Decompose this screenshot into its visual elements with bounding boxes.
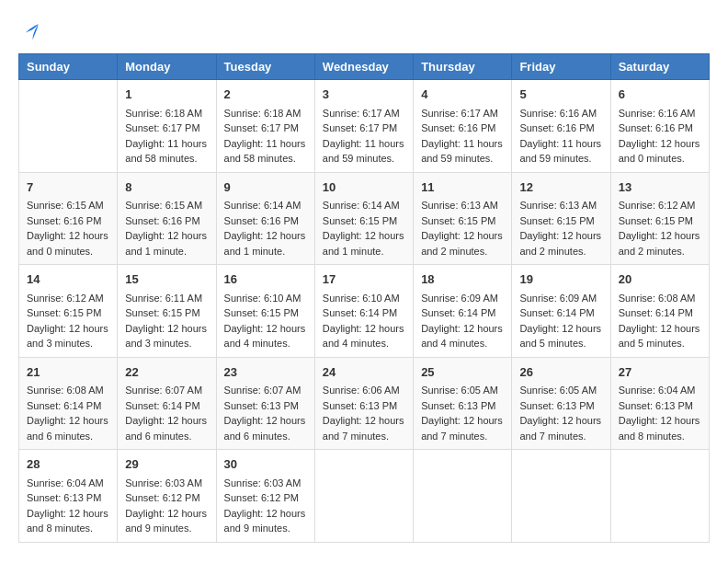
- day-number: 27: [619, 363, 701, 382]
- calendar-cell: 5Sunrise: 6:16 AM Sunset: 6:16 PM Daylig…: [512, 80, 610, 173]
- calendar-cell: 15Sunrise: 6:11 AM Sunset: 6:15 PM Dayli…: [118, 265, 216, 358]
- cell-content: Sunrise: 6:14 AM Sunset: 6:15 PM Dayligh…: [323, 200, 404, 257]
- cell-content: Sunrise: 6:18 AM Sunset: 6:17 PM Dayligh…: [224, 108, 306, 165]
- calendar-table: SundayMondayTuesdayWednesdayThursdayFrid…: [18, 53, 710, 543]
- header-saturday: Saturday: [610, 54, 709, 80]
- calendar-cell: [512, 450, 610, 543]
- calendar-cell: 23Sunrise: 6:07 AM Sunset: 6:13 PM Dayli…: [216, 357, 314, 450]
- calendar-week-5: 28Sunrise: 6:04 AM Sunset: 6:13 PM Dayli…: [19, 450, 710, 543]
- calendar-cell: 16Sunrise: 6:10 AM Sunset: 6:15 PM Dayli…: [216, 265, 314, 358]
- day-number: 28: [27, 455, 109, 474]
- cell-content: Sunrise: 6:14 AM Sunset: 6:16 PM Dayligh…: [224, 200, 306, 257]
- day-number: 1: [125, 86, 208, 104]
- header-friday: Friday: [512, 54, 610, 80]
- calendar-cell: 13Sunrise: 6:12 AM Sunset: 6:15 PM Dayli…: [610, 172, 709, 265]
- day-number: 29: [125, 455, 208, 474]
- day-number: 17: [323, 270, 405, 289]
- day-number: 4: [421, 86, 504, 104]
- calendar-cell: 14Sunrise: 6:12 AM Sunset: 6:15 PM Dayli…: [19, 265, 118, 358]
- calendar-week-4: 21Sunrise: 6:08 AM Sunset: 6:14 PM Dayli…: [19, 357, 710, 450]
- cell-content: Sunrise: 6:17 AM Sunset: 6:17 PM Dayligh…: [323, 108, 404, 165]
- day-number: 3: [323, 86, 405, 104]
- day-number: 10: [323, 178, 405, 197]
- cell-content: Sunrise: 6:18 AM Sunset: 6:17 PM Dayligh…: [125, 108, 207, 165]
- cell-content: Sunrise: 6:03 AM Sunset: 6:12 PM Dayligh…: [224, 477, 306, 534]
- calendar-cell: 1Sunrise: 6:18 AM Sunset: 6:17 PM Daylig…: [118, 80, 216, 173]
- cell-content: Sunrise: 6:04 AM Sunset: 6:13 PM Dayligh…: [27, 477, 108, 534]
- calendar-cell: 6Sunrise: 6:16 AM Sunset: 6:16 PM Daylig…: [610, 80, 709, 173]
- cell-content: Sunrise: 6:13 AM Sunset: 6:15 PM Dayligh…: [519, 200, 601, 257]
- cell-content: Sunrise: 6:10 AM Sunset: 6:15 PM Dayligh…: [224, 293, 306, 350]
- calendar-cell: 26Sunrise: 6:05 AM Sunset: 6:13 PM Dayli…: [512, 357, 610, 450]
- cell-content: Sunrise: 6:05 AM Sunset: 6:13 PM Dayligh…: [421, 385, 503, 442]
- calendar-cell: 7Sunrise: 6:15 AM Sunset: 6:16 PM Daylig…: [19, 172, 118, 265]
- day-number: 13: [619, 178, 701, 197]
- cell-content: Sunrise: 6:05 AM Sunset: 6:13 PM Dayligh…: [519, 385, 601, 442]
- day-number: 12: [519, 178, 602, 197]
- day-number: 5: [519, 86, 602, 104]
- cell-content: Sunrise: 6:16 AM Sunset: 6:16 PM Dayligh…: [519, 108, 601, 165]
- calendar-week-1: 1Sunrise: 6:18 AM Sunset: 6:17 PM Daylig…: [19, 80, 710, 173]
- cell-content: Sunrise: 6:15 AM Sunset: 6:16 PM Dayligh…: [27, 200, 108, 257]
- page-header: [18, 18, 710, 44]
- cell-content: Sunrise: 6:07 AM Sunset: 6:13 PM Dayligh…: [224, 385, 306, 442]
- day-number: 14: [27, 270, 109, 289]
- calendar-cell: [414, 450, 512, 543]
- calendar-cell: 11Sunrise: 6:13 AM Sunset: 6:15 PM Dayli…: [414, 172, 512, 265]
- cell-content: Sunrise: 6:07 AM Sunset: 6:14 PM Dayligh…: [125, 385, 207, 442]
- day-number: 16: [224, 270, 307, 289]
- day-number: 7: [27, 178, 109, 197]
- cell-content: Sunrise: 6:06 AM Sunset: 6:13 PM Dayligh…: [323, 385, 404, 442]
- calendar-cell: 21Sunrise: 6:08 AM Sunset: 6:14 PM Dayli…: [19, 357, 118, 450]
- logo-icon: [18, 18, 44, 44]
- calendar-cell: 9Sunrise: 6:14 AM Sunset: 6:16 PM Daylig…: [216, 172, 314, 265]
- cell-content: Sunrise: 6:15 AM Sunset: 6:16 PM Dayligh…: [125, 200, 207, 257]
- day-number: 18: [421, 270, 504, 289]
- cell-content: Sunrise: 6:03 AM Sunset: 6:12 PM Dayligh…: [125, 477, 207, 534]
- header-thursday: Thursday: [414, 54, 512, 80]
- calendar-cell: 12Sunrise: 6:13 AM Sunset: 6:15 PM Dayli…: [512, 172, 610, 265]
- calendar-week-3: 14Sunrise: 6:12 AM Sunset: 6:15 PM Dayli…: [19, 265, 710, 358]
- cell-content: Sunrise: 6:17 AM Sunset: 6:16 PM Dayligh…: [421, 108, 503, 165]
- cell-content: Sunrise: 6:12 AM Sunset: 6:15 PM Dayligh…: [619, 200, 700, 257]
- calendar-cell: 17Sunrise: 6:10 AM Sunset: 6:14 PM Dayli…: [314, 265, 413, 358]
- calendar-cell: 29Sunrise: 6:03 AM Sunset: 6:12 PM Dayli…: [118, 450, 216, 543]
- cell-content: Sunrise: 6:09 AM Sunset: 6:14 PM Dayligh…: [421, 293, 503, 350]
- calendar-cell: 27Sunrise: 6:04 AM Sunset: 6:13 PM Dayli…: [610, 357, 709, 450]
- day-number: 19: [519, 270, 602, 289]
- cell-content: Sunrise: 6:04 AM Sunset: 6:13 PM Dayligh…: [619, 385, 700, 442]
- day-number: 6: [619, 86, 701, 104]
- header-wednesday: Wednesday: [314, 54, 413, 80]
- cell-content: Sunrise: 6:12 AM Sunset: 6:15 PM Dayligh…: [27, 293, 108, 350]
- cell-content: Sunrise: 6:11 AM Sunset: 6:15 PM Dayligh…: [125, 293, 207, 350]
- header-tuesday: Tuesday: [216, 54, 314, 80]
- day-number: 24: [323, 363, 405, 382]
- day-number: 26: [519, 363, 602, 382]
- cell-content: Sunrise: 6:13 AM Sunset: 6:15 PM Dayligh…: [421, 200, 503, 257]
- calendar-cell: 2Sunrise: 6:18 AM Sunset: 6:17 PM Daylig…: [216, 80, 314, 173]
- header-sunday: Sunday: [19, 54, 118, 80]
- calendar-cell: 25Sunrise: 6:05 AM Sunset: 6:13 PM Dayli…: [414, 357, 512, 450]
- calendar-cell: 22Sunrise: 6:07 AM Sunset: 6:14 PM Dayli…: [118, 357, 216, 450]
- calendar-week-2: 7Sunrise: 6:15 AM Sunset: 6:16 PM Daylig…: [19, 172, 710, 265]
- calendar-cell: 4Sunrise: 6:17 AM Sunset: 6:16 PM Daylig…: [414, 80, 512, 173]
- calendar-cell: [314, 450, 413, 543]
- cell-content: Sunrise: 6:16 AM Sunset: 6:16 PM Dayligh…: [619, 108, 700, 165]
- day-number: 11: [421, 178, 504, 197]
- day-number: 15: [125, 270, 208, 289]
- calendar-header-row: SundayMondayTuesdayWednesdayThursdayFrid…: [19, 54, 710, 80]
- calendar-cell: 24Sunrise: 6:06 AM Sunset: 6:13 PM Dayli…: [314, 357, 413, 450]
- day-number: 25: [421, 363, 504, 382]
- day-number: 8: [125, 178, 208, 197]
- day-number: 22: [125, 363, 208, 382]
- calendar-cell: [19, 80, 118, 173]
- calendar-cell: 28Sunrise: 6:04 AM Sunset: 6:13 PM Dayli…: [19, 450, 118, 543]
- calendar-cell: 20Sunrise: 6:08 AM Sunset: 6:14 PM Dayli…: [610, 265, 709, 358]
- day-number: 23: [224, 363, 307, 382]
- cell-content: Sunrise: 6:10 AM Sunset: 6:14 PM Dayligh…: [323, 293, 404, 350]
- calendar-cell: 18Sunrise: 6:09 AM Sunset: 6:14 PM Dayli…: [414, 265, 512, 358]
- calendar-cell: 8Sunrise: 6:15 AM Sunset: 6:16 PM Daylig…: [118, 172, 216, 265]
- day-number: 30: [224, 455, 307, 474]
- day-number: 2: [224, 86, 307, 104]
- calendar-cell: 19Sunrise: 6:09 AM Sunset: 6:14 PM Dayli…: [512, 265, 610, 358]
